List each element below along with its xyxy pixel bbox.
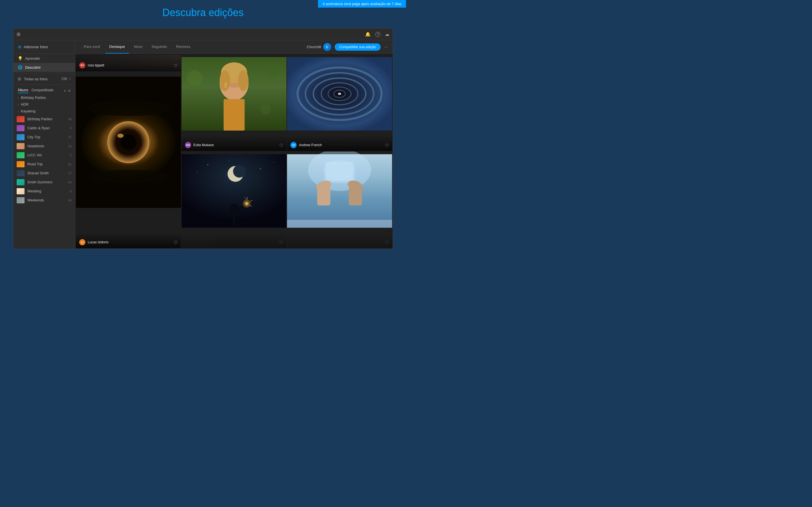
svg-point-27 bbox=[233, 165, 246, 178]
svg-point-21 bbox=[207, 164, 208, 165]
photo-overlay: ♡ bbox=[182, 233, 287, 248]
nav-tabs: Para você Destaque Novo Seguindo Remixes bbox=[80, 40, 194, 54]
heart-icon[interactable]: ♡ bbox=[174, 63, 177, 68]
sidebar-item-discover[interactable]: 🌐 Descobrir bbox=[13, 63, 75, 72]
svg-point-8 bbox=[117, 133, 123, 138]
photo-card-ice[interactable]: ♡ bbox=[287, 152, 392, 248]
tab-destaque[interactable]: Destaque bbox=[105, 40, 129, 54]
svg-point-17 bbox=[238, 70, 248, 91]
user-avatar[interactable]: C bbox=[323, 43, 331, 51]
svg-point-10 bbox=[187, 70, 202, 86]
photo-card-spiral[interactable]: AF Andrew French ♡ bbox=[287, 54, 392, 151]
chevron-right-icon: › bbox=[18, 96, 18, 100]
grid-col-3: AF Andrew French ♡ bbox=[287, 54, 392, 248]
add-photos-button[interactable]: ⊕ Adicionar fotos bbox=[13, 40, 75, 54]
album-item-birthday-parties[interactable]: Birthday Parties 48 bbox=[13, 115, 75, 124]
album-item-wedding[interactable]: Wedding 8 bbox=[13, 187, 75, 196]
all-photos-row[interactable]: ⊞ Todas as fotos 298 › bbox=[13, 74, 75, 83]
main-layout: ⊕ Adicionar fotos 💡 Aprender 🌐 Descobrir… bbox=[13, 40, 393, 249]
author-avatar: RT bbox=[79, 62, 86, 68]
album-name: Weekends bbox=[28, 198, 63, 202]
album-item-caitlin-ryan[interactable]: Caitlin & Ryan 9 bbox=[13, 124, 75, 133]
title-bar-right: 🔔 ? ☁ bbox=[365, 32, 389, 37]
photo-overlay: RT ross tippett ♡ bbox=[76, 55, 181, 71]
album-item-sharad-smith[interactable]: Sharad Smith 17 bbox=[13, 169, 75, 178]
all-photos-label: Todas as fotos bbox=[24, 77, 48, 81]
tab-albums[interactable]: Álbuns bbox=[18, 88, 28, 93]
album-thumbnail bbox=[17, 125, 24, 131]
heart-icon[interactable]: ♡ bbox=[279, 240, 283, 245]
heart-icon[interactable]: ♡ bbox=[385, 240, 389, 245]
album-item-headshots[interactable]: Headshots 10 bbox=[13, 142, 75, 151]
share-edition-button[interactable]: Compartilhe sua edição bbox=[335, 43, 380, 51]
bell-icon[interactable]: 🔔 bbox=[365, 32, 371, 37]
author-name: ross tippett bbox=[88, 63, 104, 67]
svg-point-12 bbox=[260, 104, 271, 115]
sidebar-item-learn[interactable]: 💡 Aprender bbox=[13, 54, 75, 63]
photo-card-top[interactable]: RT ross tippett ♡ bbox=[76, 54, 181, 71]
grid-col-2: EM Evita Mukane ♡ bbox=[182, 54, 287, 248]
albums-header: Álbuns Compartilhado + ≡ bbox=[13, 86, 75, 94]
album-name: Birthday Parties bbox=[28, 117, 63, 121]
heart-icon[interactable]: ♡ bbox=[279, 143, 283, 148]
svg-point-24 bbox=[273, 162, 274, 163]
cloud-icon[interactable]: ☁ bbox=[385, 32, 389, 37]
help-icon[interactable]: ? bbox=[375, 32, 380, 37]
tab-para-voce[interactable]: Para você bbox=[80, 40, 104, 54]
album-item-road-trip[interactable]: Road Trip 61 bbox=[13, 160, 75, 169]
album-count: 44 bbox=[66, 199, 71, 202]
photo-card-woman[interactable]: EM Evita Mukane ♡ bbox=[182, 54, 287, 151]
author-avatar: AF bbox=[290, 142, 297, 148]
svg-point-7 bbox=[89, 170, 168, 183]
svg-point-22 bbox=[229, 161, 229, 161]
album-thumbnail bbox=[17, 188, 24, 194]
tab-remixes[interactable]: Remixes bbox=[172, 40, 195, 54]
album-name: Smith Summers bbox=[28, 180, 63, 184]
grid-col-1: RT ross tippett ♡ bbox=[76, 54, 181, 248]
author-avatar: LI bbox=[79, 239, 86, 245]
tab-shared[interactable]: Compartilhado bbox=[32, 88, 54, 93]
album-name: City Trip bbox=[28, 135, 63, 139]
svg-point-16 bbox=[220, 70, 230, 91]
album-group-kayaking[interactable]: › Kayaking bbox=[13, 108, 75, 115]
album-item-city-trip[interactable]: City Trip 37 bbox=[13, 133, 75, 142]
album-sort-icon[interactable]: ≡ bbox=[68, 89, 70, 93]
svg-rect-56 bbox=[287, 220, 392, 228]
svg-rect-18 bbox=[223, 99, 245, 131]
album-count: 8 bbox=[66, 189, 71, 193]
tab-novo[interactable]: Novo bbox=[130, 40, 146, 54]
add-photos-label: Adicionar fotos bbox=[24, 45, 48, 49]
discover-label: Descobrir bbox=[25, 65, 41, 69]
more-options-icon[interactable]: ··· bbox=[384, 44, 388, 50]
album-name: Headshots bbox=[28, 144, 63, 148]
photo-card-moon[interactable]: ♡ bbox=[182, 152, 287, 248]
album-thumbnail bbox=[17, 161, 24, 167]
svg-point-33 bbox=[246, 203, 248, 205]
svg-rect-53 bbox=[317, 187, 331, 205]
album-item-smith-summers[interactable]: Smith Summers 50 bbox=[13, 178, 75, 187]
svg-point-19 bbox=[224, 82, 227, 89]
album-group-birthday[interactable]: › Birthday Parties bbox=[13, 94, 75, 101]
add-album-icon[interactable]: + bbox=[64, 89, 66, 93]
album-item-weekends[interactable]: Weekends 44 bbox=[13, 196, 75, 205]
album-count: 10 bbox=[66, 145, 71, 148]
app-window: ⊞ 🔔 ? ☁ ⊕ Adicionar fotos 💡 Aprender 🌐 bbox=[13, 28, 393, 249]
photo-overlay: EM Evita Mukane ♡ bbox=[182, 135, 287, 151]
tab-seguindo[interactable]: Seguindo bbox=[148, 40, 171, 54]
album-thumbnail bbox=[17, 116, 24, 122]
album-item-lrcc-vid[interactable]: LrCC Vid 5 bbox=[13, 151, 75, 160]
album-group-hdr[interactable]: › HDR bbox=[13, 101, 75, 108]
chevron-right-icon: › bbox=[69, 77, 70, 81]
album-count: 50 bbox=[66, 180, 71, 184]
photo-card-eye[interactable]: LI Lucas Izidorio ♡ bbox=[76, 72, 181, 248]
svg-point-23 bbox=[260, 168, 261, 169]
album-count: 48 bbox=[66, 117, 71, 121]
heart-icon[interactable]: ♡ bbox=[174, 240, 177, 245]
author-avatar: EM bbox=[185, 142, 191, 148]
heart-icon[interactable]: ♡ bbox=[385, 143, 389, 148]
plus-circle-icon: ⊕ bbox=[18, 44, 21, 50]
album-name: Sharad Smith bbox=[28, 171, 63, 175]
author-name: Lucas Izidorio bbox=[88, 240, 109, 244]
user-info: Churchill C bbox=[307, 43, 331, 51]
window-icon: ⊞ bbox=[17, 32, 22, 37]
